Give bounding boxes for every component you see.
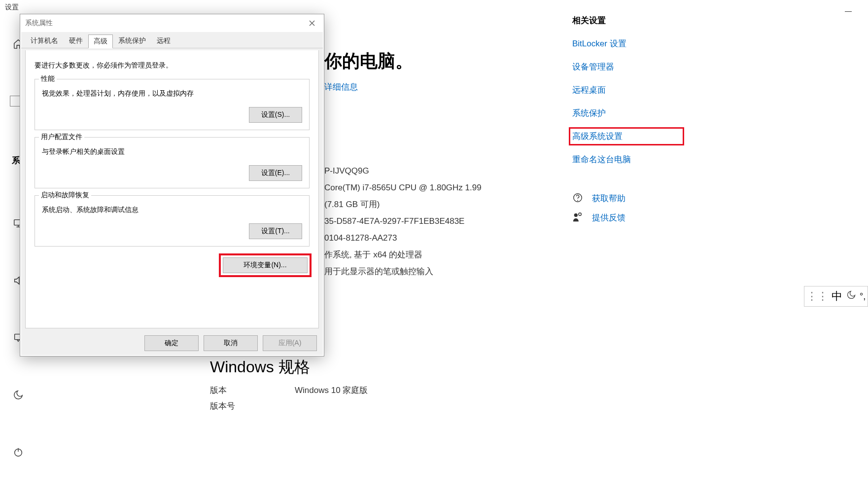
tab-hardware[interactable]: 硬件: [64, 34, 88, 48]
tab-computer-name[interactable]: 计算机名: [25, 34, 64, 48]
product-id-value: 0104-81278-AA273: [324, 230, 482, 247]
svg-point-14: [574, 213, 578, 217]
ram-value: (7.81 GB 可用): [324, 196, 482, 213]
dialog-tabs: 计算机名 硬件 高级 系统保护 远程: [21, 32, 323, 48]
rename-pc-link[interactable]: 重命名这台电脑: [572, 154, 681, 165]
ok-button[interactable]: 确定: [144, 335, 199, 351]
performance-desc: 视觉效果，处理器计划，内存使用，以及虚拟内存: [42, 89, 302, 98]
advanced-system-settings-link[interactable]: 高级系统设置: [572, 131, 681, 142]
windows-spec-heading: Windows 规格: [210, 356, 310, 378]
power-icon[interactable]: [7, 441, 29, 463]
feedback-icon: [572, 212, 583, 224]
tab-advanced[interactable]: 高级: [88, 35, 113, 48]
performance-legend: 性能: [39, 74, 57, 83]
device-name-value: P-IJVQQ9G: [324, 163, 482, 179]
minimize-button[interactable]: [838, 4, 858, 19]
ime-toolbar[interactable]: ⋮⋮ 中 °,: [804, 286, 868, 307]
close-icon[interactable]: [303, 16, 321, 30]
ime-drag-icon[interactable]: ⋮⋮: [806, 290, 828, 303]
get-help-link[interactable]: 获取帮助: [592, 193, 625, 204]
settings-title: 设置: [5, 3, 19, 12]
processor-value: Core(TM) i7-8565U CPU @ 1.80GHz 1.99: [324, 179, 482, 196]
user-profile-desc: 与登录帐户相关的桌面设置: [42, 147, 302, 156]
cancel-button[interactable]: 取消: [204, 335, 258, 351]
tab-system-protection[interactable]: 系统保护: [113, 34, 151, 48]
device-id-value: 35-D587-4E7A-9297-F7F1EB3E483E: [324, 213, 482, 230]
detail-link[interactable]: 详细信息: [324, 82, 358, 92]
edition-label: 版本: [210, 385, 227, 396]
dialog-footer: 确定 取消 应用(A): [144, 335, 317, 351]
svg-point-15: [579, 213, 582, 216]
user-profile-group: 用户配置文件 与登录帐户相关的桌面设置 设置(E)...: [35, 137, 310, 188]
dialog-titlebar[interactable]: 系统属性: [20, 14, 324, 32]
performance-group: 性能 视觉效果，处理器计划，内存使用，以及虚拟内存 设置(S)...: [35, 79, 310, 130]
tab-content-advanced: 要进行大多数更改，你必须作为管理员登录。 性能 视觉效果，处理器计划，内存使用，…: [25, 50, 319, 328]
environment-variables-button[interactable]: 环境变量(N)...: [223, 257, 308, 273]
startup-recovery-group: 启动和故障恢复 系统启动、系统故障和调试信息 设置(T)...: [35, 195, 310, 247]
apply-button[interactable]: 应用(A): [263, 335, 317, 351]
performance-settings-button[interactable]: 设置(S)...: [249, 107, 302, 123]
help-icon: [572, 192, 583, 205]
startup-recovery-legend: 启动和故障恢复: [39, 191, 91, 200]
ime-punct[interactable]: °,: [860, 291, 866, 302]
system-protection-link[interactable]: 系统保护: [572, 107, 681, 119]
admin-note: 要进行大多数更改，你必须作为管理员登录。: [35, 61, 310, 70]
device-spec-block: P-IJVQQ9G Core(TM) i7-8565U CPU @ 1.80GH…: [324, 163, 482, 280]
bitlocker-link[interactable]: BitLocker 设置: [572, 38, 681, 49]
about-heading: 你的电脑。: [324, 49, 413, 73]
ime-lang[interactable]: 中: [832, 289, 842, 304]
moon-icon[interactable]: [846, 290, 856, 303]
feedback-link[interactable]: 提供反馈: [592, 212, 625, 223]
dialog-title: 系统属性: [25, 19, 53, 28]
focus-icon[interactable]: [7, 384, 29, 406]
startup-recovery-settings-button[interactable]: 设置(T)...: [249, 223, 302, 239]
version-label: 版本号: [210, 400, 235, 412]
search-box[interactable]: [10, 96, 21, 107]
pen-touch-value: 用于此显示器的笔或触控输入: [324, 263, 482, 280]
startup-recovery-desc: 系统启动、系统故障和调试信息: [42, 206, 302, 214]
system-type-value: 作系统, 基于 x64 的处理器: [324, 247, 482, 263]
remote-desktop-link[interactable]: 远程桌面: [572, 84, 681, 96]
related-heading: 相关设置: [572, 15, 681, 26]
edition-value: Windows 10 家庭版: [295, 385, 368, 396]
related-settings: 相关设置 BitLocker 设置 设备管理器 远程桌面 系统保护 高级系统设置…: [572, 15, 681, 231]
device-manager-link[interactable]: 设备管理器: [572, 61, 681, 72]
svg-point-13: [577, 200, 578, 201]
user-profile-legend: 用户配置文件: [39, 133, 84, 142]
tab-remote[interactable]: 远程: [151, 34, 176, 48]
user-profile-settings-button[interactable]: 设置(E)...: [249, 165, 302, 181]
system-properties-dialog: 系统属性 计算机名 硬件 高级 系统保护 远程 要进行大多数更改，你必须作为管理…: [20, 14, 324, 356]
